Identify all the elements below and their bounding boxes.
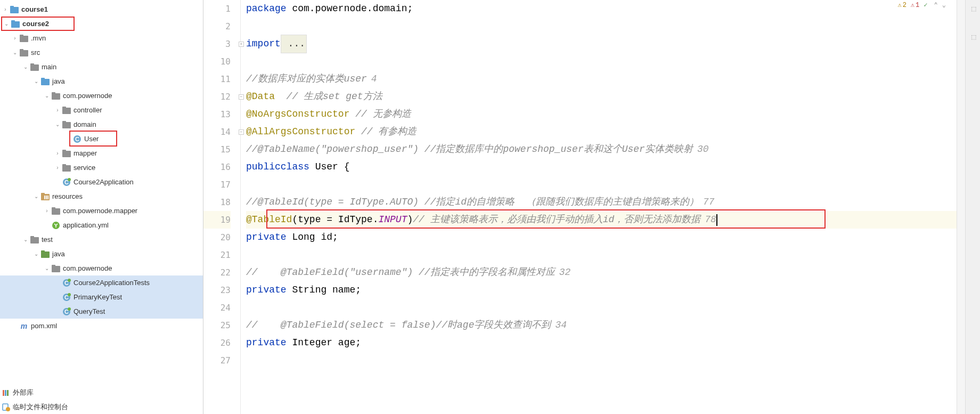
project-tree[interactable]: › course1 ⌄ course2 › .mvn ⌄ src ⌄ (0, 0, 203, 385)
code-line[interactable]: @NoArgsConstructor // 无参构造 (246, 105, 957, 123)
tree-item-appyml[interactable]: application.yml (0, 218, 203, 232)
line-number[interactable]: 26 (203, 334, 231, 352)
chevron-right-icon[interactable]: › (53, 149, 62, 158)
chevron-right-icon[interactable]: › (53, 106, 62, 115)
tree-item-src[interactable]: ⌄ src (0, 45, 203, 60)
editor[interactable]: 1 2 3 10 11 12 13 14 15 16 17 18 19 20 2… (203, 0, 965, 414)
gutter[interactable]: 1 2 3 10 11 12 13 14 15 16 17 18 19 20 2… (203, 0, 241, 414)
code-line[interactable]: −@Data // 生成set get方法 (246, 88, 957, 105)
chevron-right-icon[interactable]: › (1, 5, 10, 14)
line-number[interactable]: 3 (203, 35, 231, 53)
code-line[interactable] (246, 53, 957, 70)
code-line[interactable]: −@AllArgsConstructor // 有参构造 (246, 123, 957, 141)
code-line[interactable]: // @TableField(select = false)//时age字段失效… (246, 316, 957, 334)
line-number[interactable]: 11 (203, 70, 231, 88)
code-line[interactable] (246, 352, 957, 369)
line-number[interactable]: 25 (203, 316, 231, 334)
code-line[interactable] (246, 18, 957, 35)
tree-label: com.powernode.mapper (63, 207, 137, 215)
code-line[interactable]: // @TableField("username") //指定表中的字段名和属性… (246, 264, 957, 281)
tree-item-java[interactable]: ⌄ java (0, 74, 203, 88)
chevron-down-icon[interactable]: ⌄ (11, 48, 19, 57)
chevron-down-icon[interactable]: ⌄ (53, 120, 62, 129)
code-line[interactable]: +import ... (246, 35, 957, 53)
code-line[interactable] (246, 246, 957, 264)
line-number[interactable]: 22 (203, 264, 231, 281)
line-number[interactable]: 23 (203, 281, 231, 299)
fold-icon[interactable]: + (239, 42, 244, 47)
library-icon (1, 388, 11, 397)
chevron-down-icon[interactable]: ⌄ (43, 264, 51, 273)
chevron-down-icon[interactable]: ⌄ (21, 63, 30, 71)
chevron-right-icon[interactable]: › (43, 207, 51, 215)
code-line[interactable]: package com.powernode.domain; (246, 0, 957, 18)
tree-item-pktest[interactable]: C PrimaryKeyTest (0, 290, 203, 304)
external-libraries[interactable]: 外部库 (0, 385, 203, 400)
code-line[interactable]: //@TableName("powershop_user") //指定数据库中的… (246, 141, 957, 158)
line-number[interactable]: 13 (203, 105, 231, 123)
tree-item-pom[interactable]: m pom.xml (0, 319, 203, 333)
line-number[interactable]: 19 (203, 211, 231, 229)
tree-item-test-package[interactable]: ⌄ com.powernode (0, 261, 203, 275)
folder-icon (51, 206, 61, 216)
tree-item-test-java[interactable]: ⌄ java (0, 247, 203, 261)
line-number[interactable]: 2 (203, 18, 231, 35)
tree-item-mapper-res[interactable]: › com.powernode.mapper (0, 204, 203, 218)
code-line[interactable]: //数据库对应的实体类user4 (246, 70, 957, 88)
tree-item-course2[interactable]: ⌄ course2 (1, 17, 75, 31)
tree-item-controller[interactable]: › controller (0, 103, 203, 117)
line-number[interactable]: 15 (203, 141, 231, 158)
tree-item-service[interactable]: › service (0, 160, 203, 175)
chevron-right-icon[interactable]: › (11, 34, 19, 43)
tool-icon[interactable]: ⬚ (968, 34, 978, 43)
tool-icon[interactable]: ⬚ (968, 5, 978, 15)
tree-item-apptests[interactable]: C Course2ApplicationTests (0, 275, 203, 290)
chevron-down-icon[interactable]: ⌄ (21, 236, 30, 244)
tree-item-application[interactable]: C Course2Application (0, 175, 203, 189)
code-line[interactable]: //@TableId(type = IdType.AUTO) //指定id的自增… (246, 193, 957, 211)
line-number[interactable]: 27 (203, 352, 231, 369)
chevron-down-icon[interactable]: ⌄ (32, 250, 40, 258)
chevron-right-icon[interactable]: › (53, 164, 62, 172)
scratch-icon (1, 402, 11, 412)
chevron-down-icon[interactable]: ⌄ (43, 92, 51, 100)
tree-item-qtest[interactable]: C QueryTest (0, 304, 203, 319)
tree-item-mapper[interactable]: › mapper (0, 146, 203, 160)
tree-item-resources[interactable]: ⌄ resources (0, 189, 203, 204)
line-number[interactable]: 14 (203, 123, 231, 141)
tree-item-test[interactable]: ⌄ test (0, 232, 203, 247)
line-number[interactable]: 21 (203, 246, 231, 264)
scratches[interactable]: 临时文件和控制台 (0, 400, 203, 414)
fold-icon[interactable]: − (239, 94, 244, 100)
spring-class-icon: C (62, 307, 71, 316)
line-number[interactable]: 20 (203, 229, 231, 246)
tree-item-user[interactable]: C User (0, 132, 203, 146)
line-number[interactable]: 1 (203, 0, 231, 18)
chevron-down-icon[interactable]: ⌄ (32, 77, 40, 86)
code-line[interactable]: private String name; (246, 281, 957, 299)
code-line[interactable]: @TableId(type = IdType.INPUT)// 主键该策略表示，… (246, 211, 957, 229)
text-caret (716, 214, 717, 226)
chevron-down-icon[interactable]: ⌄ (32, 192, 40, 201)
line-number[interactable]: 10 (203, 53, 231, 70)
code-line[interactable] (246, 176, 957, 193)
code-line[interactable]: public class User { (246, 158, 957, 176)
chevron-down-icon[interactable]: ⌄ (2, 20, 11, 28)
tree-item-mvn[interactable]: › .mvn (0, 31, 203, 45)
right-toolwindow-bar[interactable]: ⬚ ⬚ (965, 0, 980, 414)
tree-item-course1[interactable]: › course1 (0, 2, 203, 17)
scrollbar[interactable] (957, 0, 965, 414)
tree-item-package[interactable]: ⌄ com.powernode (0, 88, 203, 103)
line-number[interactable]: 16 (203, 158, 231, 176)
line-number[interactable]: 12 (203, 88, 231, 105)
fold-icon[interactable]: − (239, 129, 244, 135)
tree-item-main[interactable]: ⌄ main (0, 60, 203, 74)
code-line[interactable]: private Integer age; (246, 334, 957, 352)
code-line[interactable]: private Long id; (246, 229, 957, 246)
code-line[interactable] (246, 299, 957, 316)
line-number[interactable]: 24 (203, 299, 231, 316)
tree-item-domain[interactable]: ⌄ domain (0, 117, 203, 132)
code-content[interactable]: ⚠ 2 ⚠ 1 ✓ ⌃ ⌄ package com.powernode.doma… (241, 0, 957, 414)
line-number[interactable]: 17 (203, 176, 231, 193)
line-number[interactable]: 18 (203, 193, 231, 211)
